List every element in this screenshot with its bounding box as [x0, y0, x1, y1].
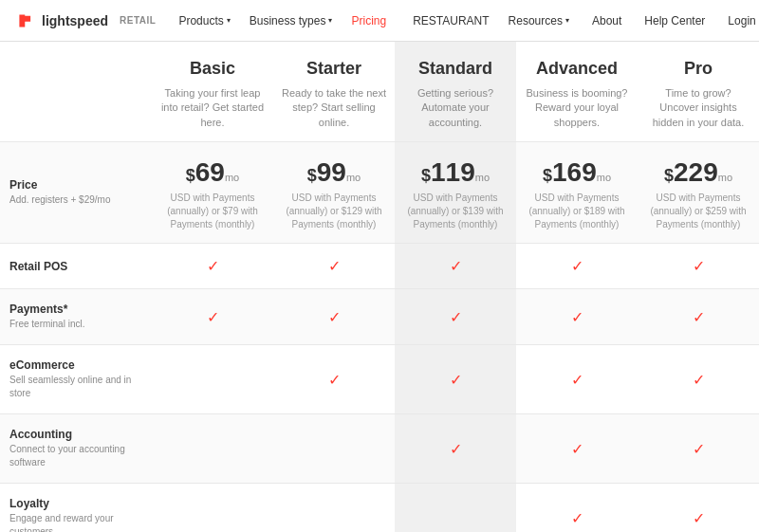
logo[interactable]: lightspeed [15, 10, 108, 31]
nav-resources[interactable]: Resources ▾ [499, 14, 579, 28]
feature-payments-name: Payments* [9, 303, 142, 316]
price-sub-pro: USD with Payments (annually) or $259 wit… [643, 192, 753, 231]
payments-standard-check: ✓ [395, 289, 516, 345]
plan-name-starter: Starter [281, 59, 387, 79]
price-sub-standard: USD with Payments (annually) or $139 wit… [400, 192, 510, 231]
nav-business-types[interactable]: Business types ▾ [240, 14, 342, 28]
loyalty-standard-empty [395, 484, 516, 532]
ecommerce-pro-check: ✓ [638, 345, 759, 414]
price-advanced: $169mo USD with Payments (annually) or $… [516, 142, 638, 244]
feature-accounting: Accounting Connect to your accounting so… [0, 414, 152, 484]
feature-ecommerce-name: eCommerce [9, 358, 142, 372]
loyalty-advanced-check: ✓ [516, 484, 638, 532]
plan-header-basic: Basic Taking your first leap into retail… [152, 42, 273, 142]
ecommerce-starter-check: ✓ [273, 345, 395, 414]
accounting-row: Accounting Connect to your accounting so… [0, 414, 759, 484]
price-amount-pro: 229 [674, 157, 718, 187]
nav-about[interactable]: About [583, 14, 631, 28]
feature-price-name: Price [9, 178, 142, 192]
nav-help[interactable]: Help Center [635, 14, 714, 28]
price-amount-basic: 69 [195, 157, 225, 187]
feature-ecommerce: eCommerce Sell seamlessly online and in … [0, 345, 152, 414]
payments-starter-check: ✓ [273, 289, 395, 345]
feature-price-desc: Add. registers + $29/mo [9, 193, 142, 207]
nav-right: Resources ▾ About Help Center Login 866-… [499, 1, 759, 41]
plan-name-advanced: Advanced [524, 59, 630, 79]
feature-accounting-name: Accounting [9, 428, 142, 441]
price-amount-standard: 119 [431, 157, 475, 187]
nav-retail-tag: RETAIL [120, 15, 156, 26]
payments-row: Payments* Free terminal incl. ✓ ✓ ✓ ✓ ✓ [0, 289, 759, 345]
payments-advanced-check: ✓ [516, 289, 638, 345]
feature-loyalty-name: Loyalty [9, 497, 142, 510]
price-row: Price Add. registers + $29/mo $69mo USD … [0, 142, 759, 244]
plan-tagline-basic: Taking your first leap into retail? Get … [159, 86, 266, 130]
feature-payments: Payments* Free terminal incl. [0, 289, 152, 345]
plan-name-pro: Pro [645, 59, 751, 79]
loyalty-pro-check: ✓ [638, 484, 759, 532]
retail-pos-pro-check: ✓ [638, 244, 759, 289]
feature-loyalty: Loyalty Engage and reward your customers [0, 484, 152, 532]
feature-header-empty [0, 42, 152, 142]
plan-tagline-pro: Time to grow? Uncover insights hidden in… [645, 86, 751, 130]
plan-header-standard: Standard Getting serious? Automate your … [395, 42, 516, 142]
accounting-starter-empty [273, 414, 395, 484]
retail-pos-basic-check: ✓ [152, 244, 273, 289]
navigation: lightspeed RETAIL Products ▾ Business ty… [0, 0, 759, 42]
price-amount-starter: 99 [317, 157, 346, 187]
ecommerce-row: eCommerce Sell seamlessly online and in … [0, 345, 759, 414]
ecommerce-advanced-check: ✓ [516, 345, 638, 414]
price-sub-starter: USD with Payments (annually) or $129 wit… [279, 192, 389, 231]
plan-header-pro: Pro Time to grow? Uncover insights hidde… [638, 42, 759, 142]
plan-header-row: Basic Taking your first leap into retail… [0, 42, 759, 142]
plan-tagline-standard: Getting serious? Automate your accountin… [402, 86, 509, 130]
feature-payments-desc: Free terminal incl. [9, 318, 142, 331]
loyalty-row: Loyalty Engage and reward your customers… [0, 484, 759, 532]
price-sub-basic: USD with Payments (annually) or $79 with… [157, 192, 268, 231]
retail-pos-advanced-check: ✓ [516, 244, 638, 289]
plan-tagline-starter: Ready to take the next step? Start selli… [281, 86, 387, 130]
price-pro: $229mo USD with Payments (annually) or $… [638, 142, 759, 244]
ecommerce-standard-check: ✓ [395, 345, 516, 414]
plan-name-basic: Basic [159, 59, 266, 79]
payments-basic-check: ✓ [152, 289, 273, 345]
accounting-standard-check: ✓ [395, 414, 516, 484]
pricing-table: Basic Taking your first leap into retail… [0, 42, 759, 532]
price-starter: $99mo USD with Payments (annually) or $1… [273, 142, 395, 244]
feature-accounting-desc: Connect to your accounting software [9, 443, 142, 469]
feature-ecommerce-desc: Sell seamlessly online and in store [9, 374, 142, 400]
logo-text: lightspeed [42, 13, 108, 28]
loyalty-starter-empty [273, 484, 395, 532]
plan-name-standard: Standard [402, 59, 509, 79]
feature-price-label-cell: Price Add. registers + $29/mo [0, 142, 152, 244]
nav-restaurant[interactable]: RESTAURANT [403, 14, 498, 28]
plan-header-starter: Starter Ready to take the next step? Sta… [273, 42, 395, 142]
feature-retail-pos: Retail POS [0, 244, 152, 289]
retail-pos-starter-check: ✓ [273, 244, 395, 289]
retail-pos-row: Retail POS ✓ ✓ ✓ ✓ ✓ [0, 244, 759, 289]
price-amount-advanced: 169 [552, 157, 597, 187]
accounting-basic-empty [152, 414, 273, 484]
feature-loyalty-desc: Engage and reward your customers [9, 512, 142, 532]
feature-retail-pos-name: Retail POS [9, 260, 142, 273]
price-basic: $69mo USD with Payments (annually) or $7… [152, 142, 273, 244]
accounting-advanced-check: ✓ [516, 414, 638, 484]
retail-pos-standard-check: ✓ [395, 244, 516, 289]
nav-pricing[interactable]: Pricing [342, 14, 396, 28]
plan-tagline-advanced: Business is booming? Reward your loyal s… [524, 86, 630, 130]
price-sub-advanced: USD with Payments (annually) or $189 wit… [522, 192, 632, 231]
price-standard: $119mo USD with Payments (annually) or $… [395, 142, 516, 244]
loyalty-basic-empty [152, 484, 273, 532]
payments-pro-check: ✓ [638, 289, 759, 345]
nav-products[interactable]: Products ▾ [169, 14, 239, 28]
plan-header-advanced: Advanced Business is booming? Reward you… [516, 42, 638, 142]
accounting-pro-check: ✓ [638, 414, 759, 484]
nav-login[interactable]: Login [718, 14, 759, 28]
ecommerce-basic-empty [152, 345, 273, 414]
